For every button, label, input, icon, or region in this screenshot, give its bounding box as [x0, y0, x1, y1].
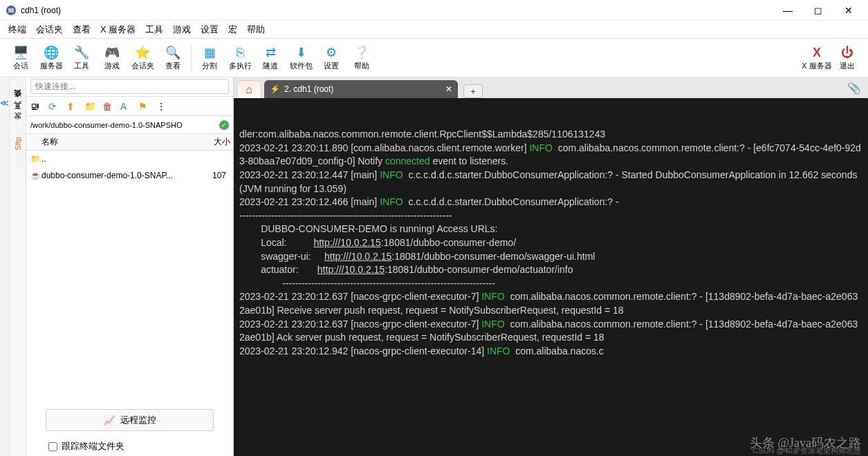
gear-icon: ⚙	[323, 44, 340, 61]
quick-connect-row	[26, 77, 233, 97]
tool-tools[interactable]: 🔧工具	[66, 40, 97, 76]
content: ≪ 会话夹 工具 发 Sftp 🖳 ⟳ ⬆ 📁 🗑 A ⚑ ⋮ /work/du…	[0, 77, 868, 456]
separator	[191, 44, 192, 72]
x-icon: X	[809, 44, 825, 61]
sftp-sidebar: 🖳 ⟳ ⬆ 📁 🗑 A ⚑ ⋮ /work/dubbo-consumer-dem…	[26, 77, 234, 456]
maximize-button[interactable]: ◻	[810, 2, 827, 19]
file-row-parent[interactable]: 📁 ..	[26, 151, 233, 167]
terminal-output[interactable]: dler:com.alibaba.nacos.common.remote.cli…	[234, 98, 868, 456]
app-icon	[6, 5, 17, 16]
tool-split[interactable]: ▦分割	[194, 40, 225, 76]
split-icon: ▦	[201, 44, 218, 61]
tool-view[interactable]: 🔍查看	[158, 40, 188, 76]
window-title: cdh1 (root)	[21, 6, 779, 15]
minimize-button[interactable]: —	[779, 2, 796, 19]
tool-sessions-folder[interactable]: ⭐会话夹	[127, 40, 158, 76]
close-button[interactable]: ✕	[840, 2, 857, 19]
col-name-header[interactable]: 名称	[41, 136, 207, 148]
download-icon: ⬇	[293, 44, 309, 61]
follow-terminal-checkbox[interactable]: 跟踪终端文件夹	[26, 437, 233, 456]
tool-packages[interactable]: ⬇软件包	[286, 40, 316, 76]
new-tab-button[interactable]: ＋	[463, 84, 483, 98]
star-icon: ⭐	[134, 44, 151, 61]
tunnel-icon: ⇄	[262, 44, 279, 61]
tool-help[interactable]: ❔帮助	[347, 40, 377, 76]
file-toolbar: 🖳 ⟳ ⬆ 📁 🗑 A ⚑ ⋮	[26, 97, 233, 116]
globe-icon: 🌐	[43, 44, 59, 61]
titlebar: cdh1 (root) — ◻ ✕	[0, 0, 868, 21]
window-controls: — ◻ ✕	[779, 2, 862, 19]
tool-games[interactable]: 🎮游戏	[97, 40, 127, 76]
watermark-text: 头条 @Java码农之路	[750, 435, 861, 452]
col-size-header[interactable]: 大小	[207, 136, 233, 148]
vtab-sessions[interactable]: 会话夹	[11, 98, 24, 109]
tool-multiexec[interactable]: ⎘多执行	[225, 40, 255, 76]
newfolder-icon[interactable]: 📁	[84, 101, 95, 112]
path-ok-icon: ✓	[219, 120, 229, 130]
collapse-handle[interactable]: ≪	[0, 77, 10, 456]
flag-icon[interactable]: ⚑	[138, 101, 149, 112]
menu-terminal[interactable]: 终端	[8, 23, 26, 36]
menu-view[interactable]: 查看	[73, 23, 91, 36]
svg-rect-1	[8, 8, 14, 12]
menubar: 终端 会话夹 查看 X 服务器 工具 游戏 设置 宏 帮助	[0, 21, 868, 39]
refresh-icon[interactable]: ⟳	[48, 101, 59, 112]
paperclip-icon[interactable]: 📎	[847, 82, 861, 95]
vtab-send[interactable]: 发	[11, 120, 24, 131]
home-tab[interactable]: ⌂	[237, 80, 261, 98]
menu-sessions[interactable]: 会话夹	[36, 23, 63, 36]
java-icon: ☕	[30, 171, 41, 180]
monitor-icon: 🖥️	[12, 44, 29, 61]
vertical-tabs: 会话夹 工具 发 Sftp	[10, 77, 26, 456]
power-icon: ⏻	[839, 44, 856, 61]
menu-games[interactable]: 游戏	[173, 23, 191, 36]
path-row: /work/dubbo-consumer-demo-1.0-SNAPSHO ✓	[26, 116, 233, 134]
tab-strip: ⌂ ⚡ 2. cdh1 (root) ✕ ＋ 📎	[234, 77, 868, 98]
follow-checkbox-input[interactable]	[48, 442, 57, 451]
search-icon: 🔍	[165, 44, 181, 61]
file-header: 名称 大小	[26, 134, 233, 151]
menu-macros[interactable]: 宏	[228, 23, 237, 36]
home-icon: ⌂	[246, 84, 252, 96]
tab-title: 2. cdh1 (root)	[284, 84, 333, 94]
tool-xserver[interactable]: XX 服务器	[802, 40, 832, 76]
gamepad-icon: 🎮	[104, 44, 120, 61]
help-icon: ❔	[353, 44, 370, 61]
computer-icon[interactable]: 🖳	[30, 101, 41, 112]
edit-icon[interactable]: A	[120, 101, 131, 112]
tool-session[interactable]: 🖥️会话	[6, 40, 36, 76]
menu-help[interactable]: 帮助	[247, 23, 265, 36]
parent-icon[interactable]: ⬆	[66, 101, 77, 112]
tool-server[interactable]: 🌐服务器	[36, 40, 66, 76]
more-icon[interactable]: ⋮	[156, 101, 167, 112]
tab-lightning-icon: ⚡	[270, 84, 280, 94]
terminal-area: ⌂ ⚡ 2. cdh1 (root) ✕ ＋ 📎 dler:com.alibab…	[234, 77, 868, 456]
toolbar: 🖥️会话 🌐服务器 🔧工具 🎮游戏 ⭐会话夹 🔍查看 ▦分割 ⎘多执行 ⇄隧道 …	[0, 39, 868, 77]
quick-connect-input[interactable]	[30, 79, 229, 94]
terminal-tab-active[interactable]: ⚡ 2. cdh1 (root) ✕	[264, 80, 458, 98]
menu-tools[interactable]: 工具	[145, 23, 163, 36]
file-row-jar[interactable]: ☕ dubbo-consumer-demo-1.0-SNAP... 107	[26, 167, 233, 184]
menu-xserver[interactable]: X 服务器	[100, 23, 136, 36]
menu-settings[interactable]: 设置	[201, 23, 219, 36]
file-list: 📁 .. ☕ dubbo-consumer-demo-1.0-SNAP... 1…	[26, 151, 233, 403]
tool-settings[interactable]: ⚙设置	[316, 40, 347, 76]
watermark-csdn: CSDN @40岁资深老架构师尼恩	[752, 446, 861, 456]
folder-up-icon: 📁	[30, 154, 41, 164]
vtab-sftp[interactable]: Sftp	[12, 131, 24, 156]
tab-close-icon[interactable]: ✕	[445, 84, 452, 94]
wrench-icon: 🔧	[73, 44, 90, 61]
monitor-small-icon: 📈	[104, 415, 115, 426]
tool-tunnel[interactable]: ⇄隧道	[255, 40, 286, 76]
remote-monitor-button[interactable]: 📈 远程监控	[46, 409, 214, 431]
tool-exit[interactable]: ⏻退出	[832, 40, 862, 76]
current-path[interactable]: /work/dubbo-consumer-demo-1.0-SNAPSHO	[30, 121, 219, 129]
multiexec-icon: ⎘	[232, 44, 248, 61]
trash-icon[interactable]: 🗑	[102, 101, 113, 112]
vtab-tools[interactable]: 工具	[11, 109, 24, 120]
